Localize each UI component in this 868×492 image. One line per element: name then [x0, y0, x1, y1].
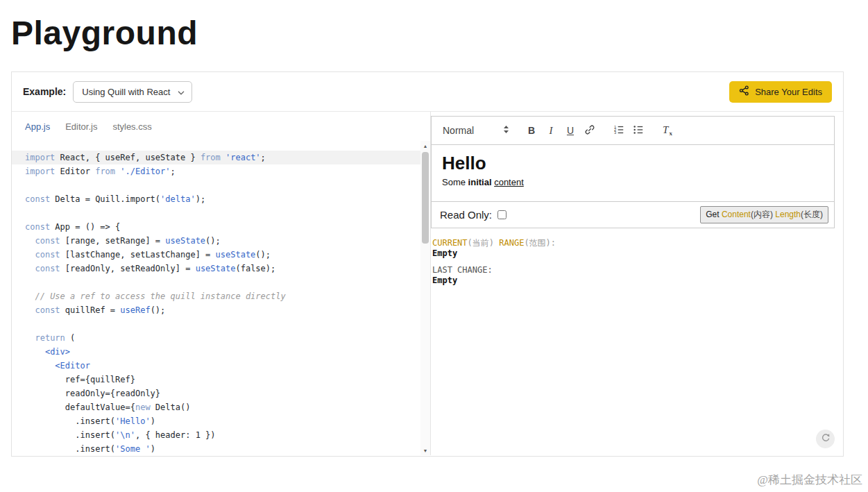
- code-line: [12, 206, 420, 220]
- playground-panel: Example: Using Quill with React Share Yo…: [11, 71, 844, 457]
- code-line: const App = () => {: [12, 220, 420, 234]
- tab-editor-js[interactable]: Editor.js: [65, 121, 97, 132]
- last-change-label: LAST CHANGE:: [432, 265, 835, 275]
- scroll-up-button[interactable]: ▲: [420, 141, 430, 151]
- code-line: [12, 178, 420, 192]
- example-select[interactable]: Using Quill with React: [73, 81, 192, 103]
- code-line: const [lastChange, setLastChange] = useS…: [12, 248, 420, 262]
- italic-icon: I: [550, 125, 553, 137]
- code-line: const quillRef = useRef();: [12, 303, 420, 317]
- scroll-down-button[interactable]: ▼: [420, 446, 430, 455]
- refresh-button[interactable]: [816, 430, 835, 448]
- current-range-label: CURRENT(当前) RANGE(范围):: [432, 238, 835, 248]
- example-select-value: Using Quill with React: [82, 87, 170, 97]
- svg-text:3: 3: [614, 130, 616, 135]
- share-icon: [739, 85, 749, 98]
- page: Playground Example: Using Quill with Rea…: [0, 0, 868, 492]
- code-line: .insert('Hello'): [12, 414, 420, 428]
- code-line: defaultValue={new Delta(): [12, 400, 420, 414]
- panel-header: Example: Using Quill with React Share Yo…: [12, 72, 843, 112]
- panel-body: App.jsEditor.jsstyles.css import React, …: [12, 112, 843, 455]
- code-line: <div>: [12, 345, 420, 359]
- last-change-value: Empty: [432, 275, 835, 285]
- code-scrollbar[interactable]: ▲ ▼: [420, 141, 430, 455]
- code-editor-pane: App.jsEditor.jsstyles.css import React, …: [12, 112, 431, 455]
- code-line: [12, 275, 420, 289]
- example-label: Example:: [23, 86, 66, 97]
- page-title: Playground: [11, 14, 198, 52]
- bold-button[interactable]: B: [522, 122, 541, 139]
- underline-icon: U: [567, 125, 574, 136]
- editor-heading: Hello: [442, 153, 824, 174]
- code-line: .insert('Some '): [12, 442, 420, 455]
- code-line: .insert('\n', { header: 1 }): [12, 428, 420, 442]
- get-content-length-button[interactable]: Get Content(内容) Length(长度): [700, 206, 828, 223]
- quill-demo-pane: Normal BIU123Tx Hello Some initial conte…: [431, 112, 843, 455]
- updown-arrows-icon: [503, 124, 509, 137]
- quill-editor-content[interactable]: Hello Some initial content: [431, 145, 835, 202]
- code-line: readOnly={readOnly}: [12, 387, 420, 400]
- code-tabs: App.jsEditor.jsstyles.css: [12, 112, 430, 141]
- link-button[interactable]: [580, 122, 599, 139]
- tab-app-js[interactable]: App.js: [25, 121, 50, 132]
- state-display: CURRENT(当前) RANGE(范围): Empty LAST CHANGE…: [431, 238, 835, 285]
- chevron-down-icon: [178, 87, 185, 97]
- code-line: // Use a ref to access the quill instanc…: [12, 289, 420, 303]
- code-line: [12, 317, 420, 331]
- code-line: const Delta = Quill.import('delta');: [12, 192, 420, 206]
- italic-button[interactable]: I: [541, 122, 561, 139]
- read-only-label: Read Only:: [440, 209, 492, 221]
- code-area[interactable]: import React, { useRef, useState } from …: [12, 141, 420, 455]
- code-line: import Editor from './Editor';: [12, 164, 420, 178]
- controls-bar: Read Only: Get Content(内容) Length(长度): [431, 202, 835, 228]
- list-bullet-button[interactable]: [629, 122, 648, 139]
- code-line: const [range, setRange] = useState();: [12, 234, 420, 248]
- link-icon: [584, 124, 595, 137]
- refresh-icon: [821, 433, 831, 445]
- editor-paragraph: Some initial content: [442, 177, 824, 187]
- header-format-picker[interactable]: Normal: [443, 124, 509, 137]
- current-range-value: Empty: [432, 248, 835, 258]
- code-line: import React, { useRef, useState } from …: [12, 151, 420, 164]
- list-ordered-icon: 123: [613, 124, 624, 137]
- list-ordered-button[interactable]: 123: [609, 122, 629, 139]
- read-only-checkbox[interactable]: [497, 210, 507, 219]
- share-edits-button[interactable]: Share Your Edits: [729, 81, 832, 103]
- header-format-value: Normal: [443, 125, 474, 136]
- quill-toolbar: Normal BIU123Tx: [431, 116, 835, 145]
- code-line: ref={quillRef}: [12, 373, 420, 387]
- clean-button[interactable]: Tx: [658, 122, 677, 139]
- underline-button[interactable]: U: [561, 122, 580, 139]
- list-bullet-icon: [633, 124, 644, 137]
- code-line: const [readOnly, setReadOnly] = useState…: [12, 262, 420, 275]
- bold-icon: B: [528, 125, 535, 136]
- scroll-thumb[interactable]: [422, 152, 429, 244]
- watermark: @稀土掘金技术社区: [757, 472, 862, 488]
- code-line: <Editor: [12, 359, 420, 373]
- code-line: return (: [12, 331, 420, 345]
- clean-icon: Tx: [663, 124, 672, 137]
- tab-styles-css[interactable]: styles.css: [112, 121, 151, 132]
- share-button-label: Share Your Edits: [755, 87, 822, 97]
